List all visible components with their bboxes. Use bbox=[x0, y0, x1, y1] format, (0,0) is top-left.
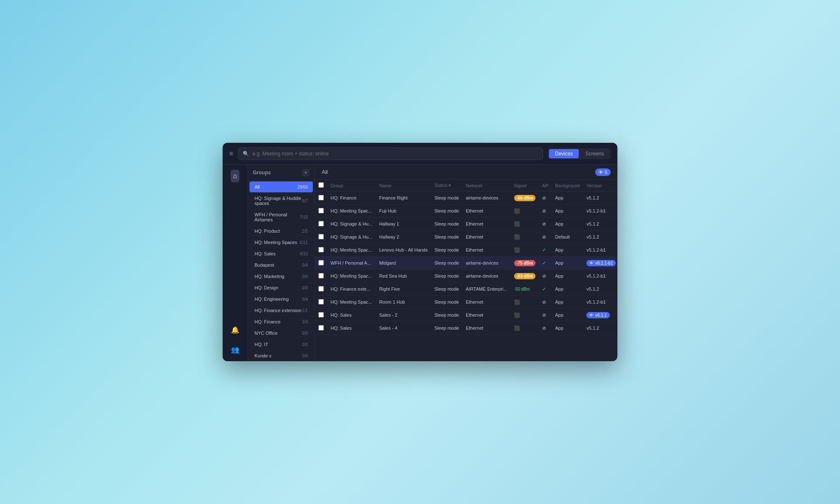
group-item-wfh[interactable]: WFH / Personal Airtames 7/15 bbox=[249, 209, 313, 225]
cell-version: v5.1.2 bbox=[583, 283, 617, 296]
col-network[interactable]: Network bbox=[462, 180, 511, 192]
groups-header: Groups + bbox=[248, 165, 315, 181]
cell-group: HQ: Meeting Spac... bbox=[327, 296, 376, 309]
cell-status: Sleep mode bbox=[431, 205, 462, 218]
cell-ap: ⊘ bbox=[539, 296, 552, 309]
group-item-hq-product[interactable]: HQ: Product 2/5 bbox=[249, 226, 313, 236]
group-item-hq-sales[interactable]: HQ: Sales 4/10 bbox=[249, 248, 313, 259]
cell-network: Ethernet bbox=[462, 244, 511, 257]
group-item-all[interactable]: All 29/60 bbox=[249, 181, 313, 192]
col-signal[interactable]: Signal bbox=[511, 180, 539, 192]
table-row: HQ: Meeting Spac... Lenovo Hub - All Han… bbox=[315, 244, 617, 257]
search-input[interactable] bbox=[252, 151, 538, 157]
sidebar-icon-bell[interactable]: 🔔 bbox=[228, 323, 242, 336]
cell-signal: -66 dBm bbox=[511, 192, 539, 205]
table-row: HQ: Finance exte... Right Five Sleep mod… bbox=[315, 283, 617, 296]
cell-network: airtame-devices bbox=[462, 270, 511, 283]
table-container: Group Name Status ▾ Network Signal AP Ba… bbox=[315, 180, 617, 361]
devices-section-title: All bbox=[322, 169, 328, 175]
cell-signal: ⬛ bbox=[511, 309, 539, 322]
sidebar: ⌂ 🔔 👥 bbox=[223, 165, 248, 361]
cell-ap: ⊘ bbox=[539, 218, 552, 231]
cell-status: Sleep mode bbox=[431, 322, 462, 335]
group-item-nyc-office[interactable]: NYC Office 0/0 bbox=[249, 328, 313, 339]
cell-background: App bbox=[552, 270, 583, 283]
row-checkbox[interactable] bbox=[318, 195, 324, 200]
cell-signal: -50 dBm bbox=[511, 283, 539, 296]
col-status[interactable]: Status ▾ bbox=[431, 180, 462, 192]
cell-version: v5.1.2-b1 bbox=[583, 296, 617, 309]
group-item-hq-marketing[interactable]: HQ: Marketing 0/0 bbox=[249, 271, 313, 282]
cell-status: Sleep mode bbox=[431, 244, 462, 257]
group-item-kunde-x[interactable]: Kunde x 0/0 bbox=[249, 350, 313, 361]
group-item-hq-it[interactable]: HQ: IT 0/0 bbox=[249, 339, 313, 350]
sidebar-icon-users[interactable]: 👥 bbox=[228, 343, 242, 356]
row-checkbox[interactable] bbox=[318, 325, 324, 331]
select-all-checkbox[interactable] bbox=[318, 182, 324, 188]
add-group-button[interactable]: + bbox=[302, 169, 310, 176]
table-row: HQ: Meeting Spac... Fuji Hub Sleep mode … bbox=[315, 205, 617, 218]
group-item-hq-finance-ext[interactable]: HQ: Finance extension 1/1 bbox=[249, 305, 313, 316]
col-name[interactable]: Name bbox=[376, 180, 431, 192]
cell-background: App bbox=[552, 309, 583, 322]
cell-network: Ethernet bbox=[462, 218, 511, 231]
search-box: 🔍 bbox=[238, 147, 543, 160]
sidebar-bottom: 🔔 👥 bbox=[228, 323, 242, 356]
col-group[interactable]: Group bbox=[327, 180, 376, 192]
row-checkbox[interactable] bbox=[318, 247, 324, 252]
row-checkbox[interactable] bbox=[318, 286, 324, 291]
group-count: 0/0 bbox=[302, 286, 308, 290]
table-row: HQ: Signage & Hu... Hallway 2 Sleep mode… bbox=[315, 231, 617, 244]
ap-icon: ⊘ bbox=[542, 221, 546, 226]
cell-network: AIRTAME Enterpri... bbox=[462, 283, 511, 296]
col-ap[interactable]: AP bbox=[539, 180, 552, 192]
cell-network: Ethernet bbox=[462, 205, 511, 218]
cell-status: Sleep mode bbox=[431, 257, 462, 270]
ap-icon: ⊘ bbox=[542, 234, 546, 239]
devices-header: All 👁 5 bbox=[315, 165, 617, 180]
ap-check-icon: ✓ bbox=[542, 247, 546, 252]
cell-ap: ✓ bbox=[539, 257, 552, 270]
row-checkbox[interactable] bbox=[318, 221, 324, 226]
group-name: HQ: Engineering bbox=[255, 297, 289, 302]
group-item-hq-engineering[interactable]: HQ: Engineering 0/4 bbox=[249, 294, 313, 304]
menu-icon[interactable]: ≡ bbox=[229, 150, 233, 158]
row-checkbox[interactable] bbox=[318, 234, 324, 239]
app-window: ≡ 🔍 Devices Screens ⌂ 🔔 👥 Groups + bbox=[223, 143, 617, 361]
cell-status: Sleep mode bbox=[431, 283, 462, 296]
group-item-hq-design[interactable]: HQ: Design 0/0 bbox=[249, 282, 313, 293]
row-checkbox[interactable] bbox=[318, 312, 324, 318]
cell-status: Sleep mode bbox=[431, 296, 462, 309]
col-background[interactable]: Background bbox=[552, 180, 583, 192]
cell-version: v5.1.2 bbox=[583, 218, 617, 231]
cell-ap: ⊘ bbox=[539, 205, 552, 218]
cell-group: HQ: Meeting Spac... bbox=[327, 244, 376, 257]
row-checkbox[interactable] bbox=[318, 208, 324, 213]
group-item-budapest[interactable]: Budapest 0/4 bbox=[249, 260, 313, 270]
group-name: HQ: Signage & Huddle spaces bbox=[255, 196, 302, 206]
version-badge: 👁v6.1.1 bbox=[586, 312, 609, 318]
tab-devices[interactable]: Devices bbox=[549, 149, 579, 158]
group-name: HQ: Finance bbox=[255, 319, 281, 324]
cell-status: Sleep mode bbox=[431, 309, 462, 322]
group-count: 3/3 bbox=[302, 320, 308, 324]
tab-screens[interactable]: Screens bbox=[580, 149, 610, 158]
group-item-hq-meeting-spaces[interactable]: HQ: Meeting Spaces 6/11 bbox=[249, 237, 313, 248]
sidebar-icon-home[interactable]: ⌂ bbox=[231, 170, 240, 182]
cell-ap: ⊘ bbox=[539, 231, 552, 244]
cell-group: HQ: Meeting Spac... bbox=[327, 270, 376, 283]
col-version[interactable]: Version bbox=[583, 180, 617, 192]
cell-signal: ⬛ bbox=[511, 231, 539, 244]
group-item-hq-signage[interactable]: HQ: Signage & Huddle spaces 8/7 bbox=[249, 193, 313, 209]
cell-group: HQ: Finance exte... bbox=[327, 283, 376, 296]
cell-name: Finance Right bbox=[376, 192, 431, 205]
group-item-hq-finance[interactable]: HQ: Finance 3/3 bbox=[249, 316, 313, 327]
row-checkbox[interactable] bbox=[318, 299, 324, 304]
table-row: HQ: Sales Sales - 2 Sleep mode Ethernet … bbox=[315, 309, 617, 322]
cell-group: HQ: Meeting Spac... bbox=[327, 205, 376, 218]
ethernet-icon: ⬛ bbox=[514, 234, 520, 239]
row-checkbox[interactable] bbox=[318, 260, 324, 265]
table-row: WFH / Personal A... Midgard Sleep mode a… bbox=[315, 257, 617, 270]
devices-table: Group Name Status ▾ Network Signal AP Ba… bbox=[315, 180, 617, 335]
row-checkbox[interactable] bbox=[318, 273, 324, 278]
